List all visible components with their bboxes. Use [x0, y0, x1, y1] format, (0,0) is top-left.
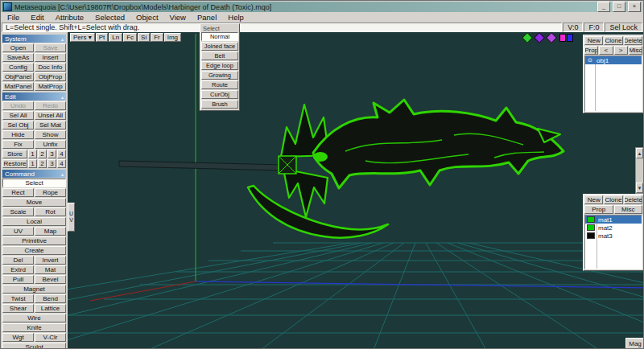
button-map[interactable]: Map [35, 227, 66, 236]
button-sel-mat[interactable]: Sel Mat [35, 121, 66, 129]
button-bend[interactable]: Bend [35, 294, 66, 303]
viewport-scrollbar[interactable]: ▲ ▼ [635, 147, 644, 194]
button-hide[interactable]: Hide [2, 130, 34, 139]
select-panel-title[interactable]: Select [201, 25, 238, 32]
visibility-eye-icon[interactable]: ⊙ [585, 56, 595, 64]
section-header-edit[interactable]: Edit▴ [2, 92, 66, 101]
collapse-icon[interactable]: ▴ [61, 94, 64, 100]
title-bar[interactable]: Metasequoia [C:\User\19807R\Dropbox\Mode… [2, 2, 642, 12]
menu-selected[interactable]: Selected [89, 13, 130, 22]
button-shear[interactable]: Shear [2, 304, 34, 313]
button-ln[interactable]: Ln [109, 33, 122, 42]
button-scale[interactable]: Scale [2, 207, 34, 216]
uv-side-tab[interactable]: UV [68, 203, 75, 232]
material-color-swatch[interactable] [587, 224, 595, 231]
scroll-up-icon[interactable]: ▲ [636, 148, 643, 158]
collapse-icon[interactable]: ▴ [61, 36, 64, 42]
button-knife[interactable]: Knife [2, 323, 66, 332]
button-delete[interactable]: Delete [624, 36, 642, 45]
object-list-item[interactable]: ⊙obj1 [585, 56, 642, 64]
button-clone[interactable]: Clone [604, 36, 622, 45]
button-objprop[interactable]: ObjProp [35, 72, 66, 81]
collapse-icon[interactable]: ▴ [61, 171, 64, 177]
button-new[interactable]: New [584, 36, 603, 45]
button-restore[interactable]: Restore [2, 159, 27, 168]
button-matpanel[interactable]: MatPanel [2, 82, 34, 91]
green-diamond-icon[interactable] [522, 32, 533, 43]
button-4[interactable]: 4 [57, 159, 66, 168]
button-store[interactable]: Store [2, 150, 27, 158]
button-prop[interactable]: Prop [584, 46, 598, 55]
scroll-down-icon[interactable]: ▼ [636, 183, 643, 193]
button-invert[interactable]: Invert [35, 256, 66, 265]
button-rect[interactable]: Rect [2, 188, 34, 197]
button-2[interactable]: 2 [38, 150, 47, 158]
close-button[interactable]: × [628, 2, 641, 12]
button-select[interactable]: Select [2, 179, 66, 187]
menu-edit[interactable]: Edit [25, 13, 49, 22]
button-belt[interactable]: Belt [201, 51, 238, 60]
button-extrd[interactable]: Extrd [2, 265, 34, 274]
button-twist[interactable]: Twist [2, 294, 34, 303]
mag-button[interactable]: Mag [625, 338, 644, 349]
menu-help[interactable]: Help [222, 13, 250, 22]
menu-object[interactable]: Object [130, 13, 163, 22]
button-uv[interactable]: UV [2, 227, 34, 236]
button-new[interactable]: New [584, 195, 603, 204]
button-create[interactable]: Create [2, 246, 66, 255]
section-header-command[interactable]: Command▴ [2, 170, 66, 178]
button-del[interactable]: Del [2, 256, 34, 265]
button-bevel[interactable]: Bevel [35, 275, 66, 284]
next-object-button[interactable]: > [614, 46, 628, 55]
button-3[interactable]: 3 [47, 159, 56, 168]
button-doc-info[interactable]: Doc Info [35, 63, 66, 72]
button-prop[interactable]: Prop [584, 205, 613, 214]
button-pt[interactable]: Pt [96, 33, 109, 42]
button-rot[interactable]: Rot [35, 207, 66, 216]
button-route[interactable]: Route [201, 80, 238, 89]
button-fix[interactable]: Fix [2, 140, 34, 149]
material-color-swatch[interactable] [587, 232, 595, 239]
button-rope[interactable]: Rope [35, 188, 66, 197]
button-4[interactable]: 4 [57, 150, 66, 158]
button-sculpt[interactable]: Sculpt [2, 343, 66, 348]
button-brush[interactable]: Brush [201, 100, 238, 109]
button-local[interactable]: Local [2, 217, 66, 226]
maximize-button[interactable]: □ [613, 2, 625, 12]
button-si[interactable]: Si [138, 33, 150, 42]
button-sel-obj[interactable]: Sel Obj [2, 121, 34, 129]
viewport-3d[interactable]: Pers ▾PtLnFcSiFrImg [68, 32, 643, 348]
purple-diamond-icon[interactable] [534, 32, 545, 43]
violet-diamond-icon[interactable] [546, 32, 557, 43]
button-edge-loop[interactable]: Edge loop [201, 61, 238, 70]
button-magnet[interactable]: Magnet [2, 285, 66, 294]
menu-file[interactable]: File [2, 13, 25, 22]
minimize-button[interactable]: _ [597, 2, 610, 12]
button-fc[interactable]: Fc [123, 33, 137, 42]
button-1[interactable]: 1 [28, 159, 37, 168]
button-normal[interactable]: Normal [201, 32, 238, 41]
button-move[interactable]: Move [2, 198, 66, 207]
material-list-item[interactable]: mat1 [585, 216, 642, 224]
prev-object-button[interactable]: < [599, 46, 613, 55]
button-joined-face[interactable]: Joined face [201, 42, 238, 51]
button-pull[interactable]: Pull [2, 275, 34, 284]
button-3[interactable]: 3 [47, 150, 56, 158]
material-color-swatch[interactable] [587, 216, 595, 223]
button-misc[interactable]: Misc [614, 205, 643, 214]
button-curobj[interactable]: CurObj [201, 90, 238, 99]
button-sel-all[interactable]: Sel All [2, 111, 34, 120]
button-1[interactable]: 1 [28, 150, 37, 158]
button-wire[interactable]: Wire [2, 314, 66, 322]
menu-panel[interactable]: Panel [192, 13, 222, 22]
button-lattice[interactable]: Lattice [35, 304, 66, 313]
menu-view[interactable]: View [164, 13, 192, 22]
material-list-item[interactable]: mat2 [585, 224, 642, 232]
button-objpanel[interactable]: ObjPanel [2, 72, 34, 81]
button-primitive[interactable]: Primitive [2, 236, 66, 245]
button-clone[interactable]: Clone [604, 195, 622, 204]
material-list-item[interactable]: mat3 [585, 232, 642, 240]
button-saveas[interactable]: SaveAs [2, 53, 34, 62]
button-wgt[interactable]: Wgt [2, 333, 34, 342]
view-mode-pers-button[interactable]: Pers ▾ [70, 33, 95, 42]
